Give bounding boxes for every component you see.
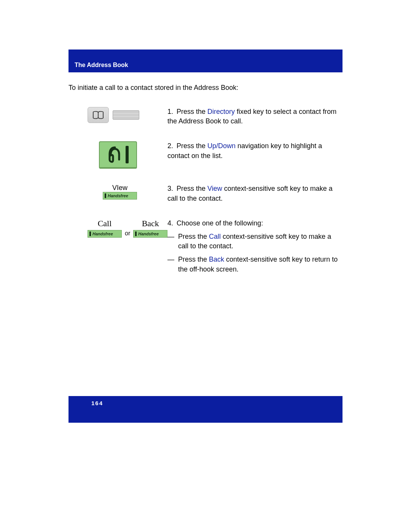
step-1: 1.Press the Directory fixed key to selec… [68, 107, 342, 126]
speaker-grille-icon [113, 110, 139, 120]
softkey-text: Handsfree [138, 232, 159, 236]
section-title: The Address Book [75, 62, 128, 69]
term-back: Back [209, 256, 224, 263]
softkey-call: Handsfree [88, 230, 122, 238]
directory-key-icon [88, 107, 109, 123]
intro-text: To initiate a call to a contact stored i… [68, 84, 342, 92]
sub-pre: Press the [178, 233, 209, 240]
view-label: VIew [103, 184, 137, 192]
step-text-pre: Press the [177, 142, 207, 150]
step-number: 3. [167, 184, 177, 193]
softkey-indicator-icon [135, 232, 137, 236]
term-view: View [207, 185, 222, 192]
softkey-text: Handsfree [92, 232, 113, 236]
term-updown: Up/Down [207, 142, 236, 150]
step-lead: Choose one of the following: [177, 219, 263, 227]
softkey-indicator-icon [105, 193, 106, 198]
page-number: 164 [91, 400, 103, 406]
or-text: or [125, 230, 130, 238]
term-directory: Directory [207, 108, 235, 115]
step-2: 2.Press the Up/Down navigation key to hi… [68, 141, 342, 169]
book-icon [92, 110, 104, 120]
headset-icon [107, 145, 123, 164]
section-header: The Address Book [68, 50, 342, 72]
step-3: VIew Handsfree 3.Press the View context-… [68, 184, 342, 203]
dash: — [167, 232, 178, 251]
term-call: Call [209, 233, 221, 240]
dash: — [167, 255, 178, 274]
step-number: 1. [167, 107, 177, 117]
sub-pre: Press the [178, 256, 209, 263]
back-label: Back [142, 219, 159, 228]
lcd-display-icon [99, 141, 137, 169]
page-footer: 164 [68, 396, 342, 423]
step-number: 4. [167, 219, 177, 228]
softkey-indicator-icon [89, 232, 91, 236]
step-number: 2. [167, 141, 177, 151]
softkey-back: Handsfree [133, 230, 167, 238]
softkey-view: Handsfree [103, 192, 137, 200]
step-4: Call Handsfree or Back Handsfree [68, 219, 342, 278]
call-label: Call [98, 219, 112, 228]
step-text-pre: Press the [177, 108, 207, 115]
softkey-text: Handsfree [108, 193, 128, 198]
step-text-pre: Press the [177, 185, 207, 192]
